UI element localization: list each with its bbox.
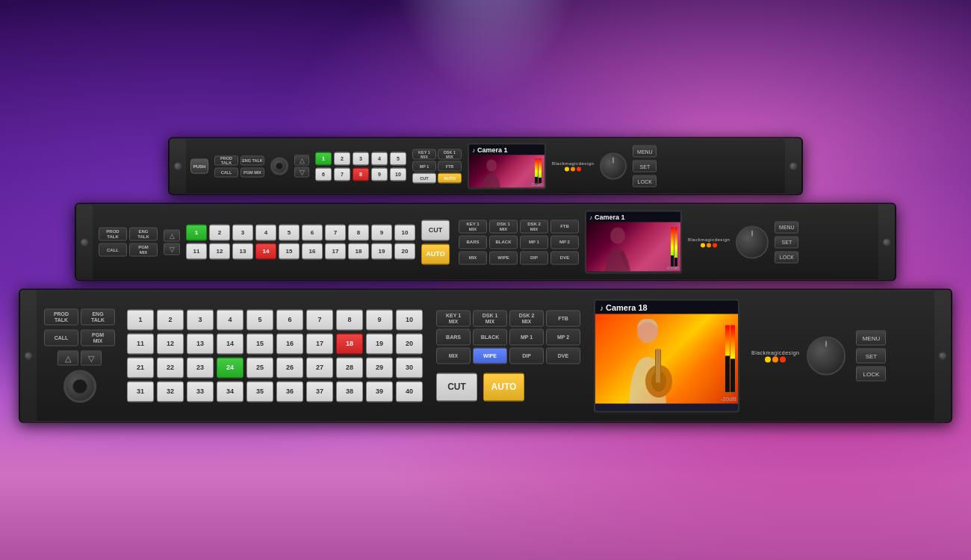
- lock-btn-1[interactable]: LOCK: [633, 175, 657, 187]
- ftb-btn-3[interactable]: FTB: [546, 311, 580, 327]
- num-btn-3-8[interactable]: 8: [336, 310, 363, 331]
- num-btn-1-2[interactable]: 2: [334, 152, 350, 165]
- num-btn-3-38[interactable]: 38: [336, 382, 363, 402]
- cut-btn-1[interactable]: CUT: [412, 173, 436, 184]
- num-btn-3-9[interactable]: 9: [366, 310, 393, 331]
- arrow-up-btn-2[interactable]: △: [164, 229, 180, 241]
- mp1-btn-2[interactable]: MP 1: [520, 235, 548, 249]
- num-btn-3-26[interactable]: 26: [276, 358, 303, 379]
- num-btn-3-28[interactable]: 28: [336, 358, 363, 379]
- arrow-up-btn-1[interactable]: △: [294, 155, 309, 166]
- ftb-btn-1[interactable]: FTB: [438, 161, 462, 172]
- black-btn-3[interactable]: BLACK: [473, 329, 507, 346]
- num-btn-2-20[interactable]: 20: [394, 243, 415, 260]
- menu-btn-2[interactable]: MENU: [775, 221, 798, 233]
- num-btn-2-18[interactable]: 18: [348, 243, 369, 260]
- num-btn-3-16[interactable]: 16: [276, 334, 303, 355]
- num-btn-2-17[interactable]: 17: [325, 243, 346, 260]
- num-btn-1-6[interactable]: 6: [315, 167, 332, 181]
- num-btn-2-6[interactable]: 6: [302, 225, 323, 241]
- bars-btn-3[interactable]: BARS: [436, 329, 471, 346]
- num-btn-3-18[interactable]: 18: [336, 334, 363, 355]
- num-btn-3-4[interactable]: 4: [217, 310, 243, 331]
- num-btn-2-12[interactable]: 12: [209, 243, 230, 260]
- num-btn-3-33[interactable]: 33: [187, 382, 214, 402]
- mp2-btn-2[interactable]: MP 2: [550, 235, 579, 249]
- num-btn-2-9[interactable]: 9: [371, 225, 392, 241]
- num-btn-3-7[interactable]: 7: [306, 310, 333, 331]
- num-btn-3-30[interactable]: 30: [396, 358, 423, 379]
- set-btn-1[interactable]: SET: [633, 161, 657, 172]
- num-btn-3-19[interactable]: 19: [366, 334, 393, 355]
- num-btn-2-15[interactable]: 15: [279, 243, 300, 260]
- main-knob-2[interactable]: [736, 225, 769, 258]
- num-btn-2-4[interactable]: 4: [255, 225, 276, 241]
- num-btn-3-12[interactable]: 12: [157, 334, 184, 355]
- num-btn-3-15[interactable]: 15: [246, 334, 273, 355]
- num-btn-2-10[interactable]: 10: [394, 225, 415, 241]
- num-btn-2-5[interactable]: 5: [279, 225, 300, 241]
- wipe-btn-2[interactable]: WIPE: [489, 251, 518, 264]
- num-btn-1-8[interactable]: 8: [353, 167, 369, 181]
- lock-btn-2[interactable]: LOCK: [775, 251, 798, 263]
- pgm-mix-btn-1[interactable]: PGM MIX: [241, 167, 264, 177]
- dsk2-mix-btn-2[interactable]: DSK 2MIX: [520, 220, 548, 233]
- dve-btn-3[interactable]: DVE: [546, 348, 580, 364]
- num-btn-1-3[interactable]: 3: [353, 152, 369, 165]
- bars-btn-2[interactable]: BARS: [459, 235, 487, 249]
- num-btn-2-19[interactable]: 19: [371, 243, 392, 260]
- cut-btn-3[interactable]: CUT: [436, 373, 477, 402]
- pgm-mix-btn-3[interactable]: PGMMIX: [81, 330, 115, 346]
- num-btn-3-2[interactable]: 2: [157, 310, 184, 331]
- num-btn-3-10[interactable]: 10: [396, 310, 423, 331]
- call-btn-1[interactable]: CALL: [214, 167, 238, 177]
- num-btn-1-9[interactable]: 9: [371, 167, 388, 181]
- wipe-btn-3[interactable]: WIPE: [473, 348, 507, 364]
- num-btn-1-5[interactable]: 5: [390, 152, 406, 165]
- black-btn-2[interactable]: BLACK: [489, 235, 518, 249]
- num-btn-3-25[interactable]: 25: [246, 358, 273, 379]
- num-btn-3-39[interactable]: 39: [366, 382, 393, 402]
- num-btn-3-32[interactable]: 32: [157, 382, 184, 402]
- arrow-down-btn-2[interactable]: ▽: [164, 243, 180, 255]
- dsk1-mix-btn-3[interactable]: DSK 1MIX: [473, 311, 507, 327]
- eng-talk-btn-2[interactable]: ENGTALK: [129, 228, 158, 241]
- push-button-1[interactable]: PUSH: [190, 159, 208, 174]
- eng-talk-btn-1[interactable]: ENG TALK: [241, 155, 264, 165]
- num-btn-3-6[interactable]: 6: [276, 310, 303, 331]
- arrow-up-btn-3[interactable]: △: [58, 351, 78, 366]
- prod-talk-btn-3[interactable]: PRODTALK: [44, 309, 78, 326]
- num-btn-2-16[interactable]: 16: [302, 243, 323, 260]
- num-btn-2-2[interactable]: 2: [209, 225, 230, 241]
- num-btn-1-7[interactable]: 7: [334, 167, 350, 181]
- num-btn-3-35[interactable]: 35: [246, 382, 273, 402]
- key1-mix-btn-2[interactable]: KEY 1MIX: [459, 220, 487, 233]
- num-btn-3-37[interactable]: 37: [306, 382, 333, 402]
- num-btn-2-8[interactable]: 8: [348, 225, 369, 241]
- num-btn-3-34[interactable]: 34: [217, 382, 243, 402]
- dip-btn-3[interactable]: DIP: [509, 348, 544, 364]
- auto-btn-3[interactable]: AUTO: [483, 373, 524, 402]
- num-btn-3-23[interactable]: 23: [187, 358, 214, 379]
- mix-btn-2[interactable]: MIX: [459, 251, 487, 264]
- num-btn-3-14[interactable]: 14: [217, 334, 243, 355]
- call-btn-3[interactable]: CALL: [44, 330, 78, 346]
- num-btn-3-11[interactable]: 11: [127, 334, 154, 355]
- mp1-btn-3[interactable]: MP 1: [509, 329, 544, 346]
- prod-talk-btn-2[interactable]: PRODTALK: [99, 228, 127, 241]
- lock-btn-3[interactable]: LOCK: [856, 367, 886, 382]
- set-btn-3[interactable]: SET: [856, 349, 886, 364]
- num-btn-2-14[interactable]: 14: [255, 243, 276, 260]
- num-btn-3-40[interactable]: 40: [396, 382, 423, 402]
- prod-talk-btn-1[interactable]: PROD TALK: [214, 155, 238, 165]
- dve-btn-2[interactable]: DVE: [550, 251, 579, 264]
- call-btn-2[interactable]: CALL: [99, 243, 127, 257]
- main-knob-1[interactable]: [600, 153, 627, 180]
- num-btn-3-31[interactable]: 31: [127, 382, 154, 402]
- mix-btn-3[interactable]: MIX: [436, 348, 471, 364]
- num-btn-2-7[interactable]: 7: [325, 225, 346, 241]
- num-btn-3-17[interactable]: 17: [306, 334, 333, 355]
- num-btn-3-5[interactable]: 5: [246, 310, 273, 331]
- key1-mix-btn-3[interactable]: KEY 1MIX: [436, 311, 471, 327]
- num-btn-3-24[interactable]: 24: [217, 358, 243, 379]
